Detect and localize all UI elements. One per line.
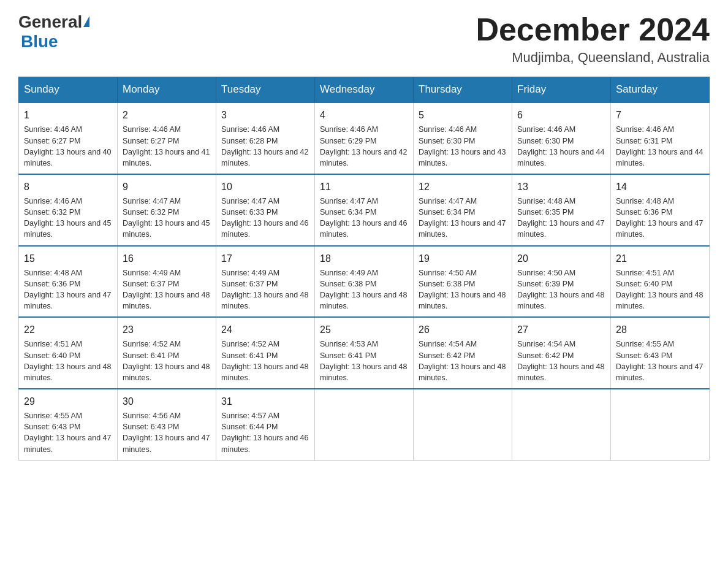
logo-general-text: General bbox=[18, 12, 82, 32]
calendar-header-tuesday: Tuesday bbox=[216, 77, 315, 103]
day-number: 30 bbox=[123, 394, 211, 408]
calendar-week-row: 1Sunrise: 4:46 AMSunset: 6:27 PMDaylight… bbox=[19, 102, 710, 174]
calendar-cell: 29Sunrise: 4:55 AMSunset: 6:43 PMDayligh… bbox=[19, 389, 118, 460]
calendar-cell: 28Sunrise: 4:55 AMSunset: 6:43 PMDayligh… bbox=[611, 317, 710, 389]
day-info: Sunrise: 4:51 AMSunset: 6:40 PMDaylight:… bbox=[24, 339, 112, 383]
day-number: 23 bbox=[123, 323, 211, 337]
day-number: 7 bbox=[616, 108, 704, 122]
day-number: 11 bbox=[320, 180, 408, 194]
logo-blue-text: Blue bbox=[21, 32, 58, 52]
calendar-header-wednesday: Wednesday bbox=[315, 77, 414, 103]
calendar-cell: 12Sunrise: 4:47 AMSunset: 6:34 PMDayligh… bbox=[414, 174, 512, 246]
day-number: 25 bbox=[320, 323, 408, 337]
calendar-header-thursday: Thursday bbox=[414, 77, 512, 103]
calendar-cell: 21Sunrise: 4:51 AMSunset: 6:40 PMDayligh… bbox=[611, 246, 710, 318]
day-number: 1 bbox=[24, 108, 112, 122]
calendar-week-row: 22Sunrise: 4:51 AMSunset: 6:40 PMDayligh… bbox=[19, 317, 710, 389]
day-number: 26 bbox=[419, 323, 507, 337]
calendar-cell: 24Sunrise: 4:52 AMSunset: 6:41 PMDayligh… bbox=[216, 317, 315, 389]
day-info: Sunrise: 4:57 AMSunset: 6:44 PMDaylight:… bbox=[221, 410, 309, 455]
day-info: Sunrise: 4:46 AMSunset: 6:28 PMDaylight:… bbox=[221, 124, 309, 169]
day-number: 19 bbox=[419, 251, 507, 266]
logo-triangle-icon bbox=[83, 16, 89, 27]
day-info: Sunrise: 4:46 AMSunset: 6:27 PMDaylight:… bbox=[123, 124, 211, 169]
day-info: Sunrise: 4:51 AMSunset: 6:40 PMDaylight:… bbox=[616, 267, 704, 312]
day-number: 28 bbox=[616, 323, 704, 337]
day-info: Sunrise: 4:52 AMSunset: 6:41 PMDaylight:… bbox=[221, 339, 309, 383]
day-info: Sunrise: 4:46 AMSunset: 6:31 PMDaylight:… bbox=[616, 124, 704, 169]
day-number: 12 bbox=[419, 180, 507, 194]
day-number: 6 bbox=[517, 108, 605, 122]
day-number: 18 bbox=[320, 251, 408, 266]
calendar-cell: 9Sunrise: 4:47 AMSunset: 6:32 PMDaylight… bbox=[118, 174, 216, 246]
day-info: Sunrise: 4:54 AMSunset: 6:42 PMDaylight:… bbox=[419, 339, 507, 383]
day-info: Sunrise: 4:46 AMSunset: 6:32 PMDaylight:… bbox=[24, 196, 112, 240]
day-info: Sunrise: 4:48 AMSunset: 6:36 PMDaylight:… bbox=[616, 196, 704, 240]
day-number: 13 bbox=[517, 180, 605, 194]
day-info: Sunrise: 4:47 AMSunset: 6:34 PMDaylight:… bbox=[419, 196, 507, 240]
calendar-cell: 22Sunrise: 4:51 AMSunset: 6:40 PMDayligh… bbox=[19, 317, 118, 389]
day-info: Sunrise: 4:49 AMSunset: 6:37 PMDaylight:… bbox=[123, 267, 211, 312]
calendar-cell: 3Sunrise: 4:46 AMSunset: 6:28 PMDaylight… bbox=[216, 102, 315, 174]
calendar-week-row: 8Sunrise: 4:46 AMSunset: 6:32 PMDaylight… bbox=[19, 174, 710, 246]
day-number: 9 bbox=[123, 180, 211, 194]
day-info: Sunrise: 4:53 AMSunset: 6:41 PMDaylight:… bbox=[320, 339, 408, 383]
calendar-week-row: 15Sunrise: 4:48 AMSunset: 6:36 PMDayligh… bbox=[19, 246, 710, 318]
day-number: 5 bbox=[419, 108, 507, 122]
calendar-cell bbox=[414, 389, 512, 460]
day-number: 21 bbox=[616, 251, 704, 266]
day-info: Sunrise: 4:55 AMSunset: 6:43 PMDaylight:… bbox=[24, 410, 112, 455]
day-info: Sunrise: 4:55 AMSunset: 6:43 PMDaylight:… bbox=[616, 339, 704, 383]
calendar-cell: 5Sunrise: 4:46 AMSunset: 6:30 PMDaylight… bbox=[414, 102, 512, 174]
calendar-cell: 8Sunrise: 4:46 AMSunset: 6:32 PMDaylight… bbox=[19, 174, 118, 246]
day-info: Sunrise: 4:49 AMSunset: 6:38 PMDaylight:… bbox=[320, 267, 408, 312]
calendar-cell: 23Sunrise: 4:52 AMSunset: 6:41 PMDayligh… bbox=[118, 317, 216, 389]
day-info: Sunrise: 4:46 AMSunset: 6:27 PMDaylight:… bbox=[24, 124, 112, 169]
calendar-cell: 25Sunrise: 4:53 AMSunset: 6:41 PMDayligh… bbox=[315, 317, 414, 389]
calendar-cell: 26Sunrise: 4:54 AMSunset: 6:42 PMDayligh… bbox=[414, 317, 512, 389]
calendar-cell: 19Sunrise: 4:50 AMSunset: 6:38 PMDayligh… bbox=[414, 246, 512, 318]
page-header: General Blue December 2024 Mudjimba, Que… bbox=[18, 12, 710, 66]
location-title: Mudjimba, Queensland, Australia bbox=[476, 50, 710, 66]
day-info: Sunrise: 4:48 AMSunset: 6:35 PMDaylight:… bbox=[517, 196, 605, 240]
calendar-cell: 13Sunrise: 4:48 AMSunset: 6:35 PMDayligh… bbox=[512, 174, 611, 246]
calendar-cell: 2Sunrise: 4:46 AMSunset: 6:27 PMDaylight… bbox=[118, 102, 216, 174]
calendar-cell: 30Sunrise: 4:56 AMSunset: 6:43 PMDayligh… bbox=[118, 389, 216, 460]
day-info: Sunrise: 4:46 AMSunset: 6:30 PMDaylight:… bbox=[419, 124, 507, 169]
calendar-cell: 27Sunrise: 4:54 AMSunset: 6:42 PMDayligh… bbox=[512, 317, 611, 389]
logo: General Blue bbox=[18, 12, 89, 52]
calendar-cell: 1Sunrise: 4:46 AMSunset: 6:27 PMDaylight… bbox=[19, 102, 118, 174]
day-info: Sunrise: 4:54 AMSunset: 6:42 PMDaylight:… bbox=[517, 339, 605, 383]
day-number: 31 bbox=[221, 394, 309, 408]
day-info: Sunrise: 4:47 AMSunset: 6:33 PMDaylight:… bbox=[221, 196, 309, 240]
day-number: 29 bbox=[24, 394, 112, 408]
calendar-cell bbox=[611, 389, 710, 460]
calendar-cell: 7Sunrise: 4:46 AMSunset: 6:31 PMDaylight… bbox=[611, 102, 710, 174]
day-number: 16 bbox=[123, 251, 211, 266]
day-number: 3 bbox=[221, 108, 309, 122]
day-number: 2 bbox=[123, 108, 211, 122]
day-number: 22 bbox=[24, 323, 112, 337]
day-number: 17 bbox=[221, 251, 309, 266]
month-title: December 2024 bbox=[476, 12, 710, 47]
day-number: 14 bbox=[616, 180, 704, 194]
day-info: Sunrise: 4:47 AMSunset: 6:32 PMDaylight:… bbox=[123, 196, 211, 240]
day-number: 10 bbox=[221, 180, 309, 194]
calendar-header-sunday: Sunday bbox=[19, 77, 118, 103]
calendar-cell: 20Sunrise: 4:50 AMSunset: 6:39 PMDayligh… bbox=[512, 246, 611, 318]
calendar-cell: 11Sunrise: 4:47 AMSunset: 6:34 PMDayligh… bbox=[315, 174, 414, 246]
day-number: 4 bbox=[320, 108, 408, 122]
calendar-header-row: SundayMondayTuesdayWednesdayThursdayFrid… bbox=[19, 77, 710, 103]
calendar-cell: 4Sunrise: 4:46 AMSunset: 6:29 PMDaylight… bbox=[315, 102, 414, 174]
day-info: Sunrise: 4:47 AMSunset: 6:34 PMDaylight:… bbox=[320, 196, 408, 240]
calendar-cell bbox=[512, 389, 611, 460]
calendar-cell: 16Sunrise: 4:49 AMSunset: 6:37 PMDayligh… bbox=[118, 246, 216, 318]
calendar-cell: 14Sunrise: 4:48 AMSunset: 6:36 PMDayligh… bbox=[611, 174, 710, 246]
calendar-cell bbox=[315, 389, 414, 460]
calendar-cell: 6Sunrise: 4:46 AMSunset: 6:30 PMDaylight… bbox=[512, 102, 611, 174]
calendar-week-row: 29Sunrise: 4:55 AMSunset: 6:43 PMDayligh… bbox=[19, 389, 710, 460]
day-info: Sunrise: 4:56 AMSunset: 6:43 PMDaylight:… bbox=[123, 410, 211, 455]
calendar-cell: 31Sunrise: 4:57 AMSunset: 6:44 PMDayligh… bbox=[216, 389, 315, 460]
day-info: Sunrise: 4:46 AMSunset: 6:30 PMDaylight:… bbox=[517, 124, 605, 169]
calendar-cell: 10Sunrise: 4:47 AMSunset: 6:33 PMDayligh… bbox=[216, 174, 315, 246]
